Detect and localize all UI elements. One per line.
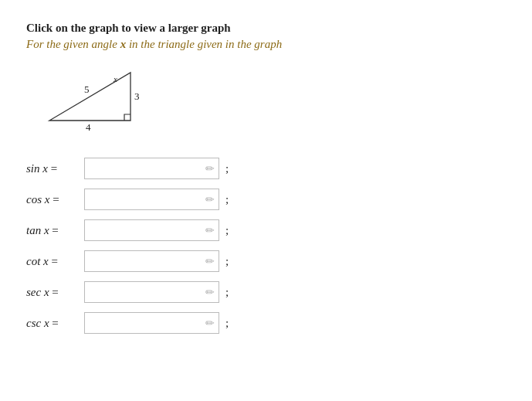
trig-table: sin x = ✏ ; cos x = ✏ ; tan x = ✏ ; cot … xyxy=(26,158,506,334)
svg-marker-0 xyxy=(49,73,130,121)
trig-row-cot: cot x = ✏ ; xyxy=(26,250,506,272)
cos-input-wrap: ✏ xyxy=(84,189,219,210)
sec-input[interactable] xyxy=(84,281,219,303)
cos-semicolon: ; xyxy=(225,193,229,206)
csc-semicolon: ; xyxy=(225,317,229,330)
cot-label: cot x = xyxy=(26,255,84,268)
subtitle: For the given angle x in the triangle gi… xyxy=(26,38,506,51)
csc-input-wrap: ✏ xyxy=(84,312,219,334)
sin-label: sin x = xyxy=(26,162,84,175)
tan-label: tan x = xyxy=(26,224,84,237)
triangle-svg: 5 x 3 4 xyxy=(42,65,161,133)
subtitle-prefix: For the given angle xyxy=(26,38,120,50)
csc-label: csc x = xyxy=(26,317,84,330)
svg-text:3: 3 xyxy=(134,90,140,102)
sec-input-wrap: ✏ xyxy=(84,281,219,303)
sin-input[interactable] xyxy=(84,158,219,179)
tan-input-wrap: ✏ xyxy=(84,219,219,241)
sec-semicolon: ; xyxy=(225,286,229,299)
trig-row-csc: csc x = ✏ ; xyxy=(26,312,506,334)
tan-input[interactable] xyxy=(84,219,219,241)
cos-label: cos x = xyxy=(26,193,84,206)
svg-text:5: 5 xyxy=(84,83,90,95)
trig-row-tan: tan x = ✏ ; xyxy=(26,219,506,241)
sin-semicolon: ; xyxy=(225,162,229,175)
trig-row-sec: sec x = ✏ ; xyxy=(26,281,506,303)
cot-input[interactable] xyxy=(84,250,219,272)
page-header: Click on the graph to view a larger grap… xyxy=(26,22,506,51)
sin-input-wrap: ✏ xyxy=(84,158,219,179)
trig-row-sin: sin x = ✏ ; xyxy=(26,158,506,179)
trig-row-cos: cos x = ✏ ; xyxy=(26,189,506,210)
sec-label: sec x = xyxy=(26,286,84,299)
subtitle-suffix: in the triangle given in the graph xyxy=(126,38,282,50)
triangle-graph[interactable]: 5 x 3 4 xyxy=(42,65,165,134)
cos-input[interactable] xyxy=(84,189,219,210)
cot-input-wrap: ✏ xyxy=(84,250,219,272)
main-title: Click on the graph to view a larger grap… xyxy=(26,22,506,35)
svg-text:x: x xyxy=(113,74,117,83)
tan-semicolon: ; xyxy=(225,224,229,237)
cot-semicolon: ; xyxy=(225,255,229,268)
svg-text:4: 4 xyxy=(86,121,91,133)
csc-input[interactable] xyxy=(84,312,219,334)
